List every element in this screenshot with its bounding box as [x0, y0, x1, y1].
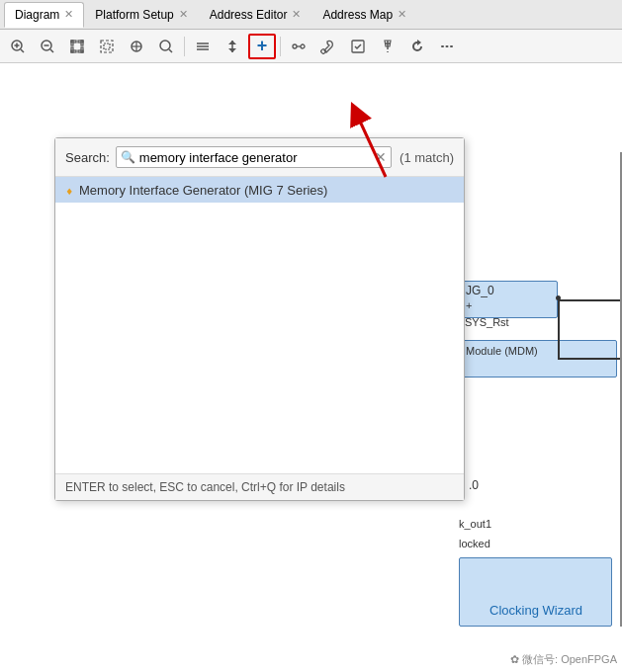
- add-ip-button[interactable]: +: [248, 34, 276, 59]
- ip-search-magnifier-icon: 🔍: [121, 150, 135, 164]
- ip-search-footer-text: ENTER to select, ESC to cancel, Ctrl+Q f…: [65, 480, 345, 494]
- align-v-button[interactable]: [219, 34, 246, 59]
- toolbar: +: [0, 30, 622, 63]
- svg-line-5: [50, 49, 53, 52]
- svg-line-1: [21, 49, 24, 52]
- svg-line-21: [169, 49, 172, 52]
- align-h-button[interactable]: [189, 34, 217, 59]
- svg-rect-16: [104, 43, 110, 49]
- ip-search-input-wrap[interactable]: 🔍 ✕: [116, 146, 392, 168]
- tab-diagram-label: Diagram: [15, 8, 59, 22]
- ip-search-results: ⬧ Memory Interface Generator (MIG 7 Seri…: [55, 177, 464, 473]
- ip-search-clear-button[interactable]: ✕: [375, 149, 387, 165]
- refresh-button[interactable]: [403, 34, 431, 59]
- tab-diagram-close[interactable]: ✕: [64, 8, 73, 21]
- tab-address-editor-label: Address Editor: [210, 8, 288, 22]
- main-canvas: JG_0 + SYS_Rst Module (MDM) .0 k_out1 lo…: [0, 63, 622, 672]
- toolbar-sep-1: [184, 37, 185, 56]
- svg-rect-39: [450, 45, 453, 47]
- jg0-plus: +: [460, 299, 557, 311]
- wire-h2: [558, 358, 622, 360]
- right-border-wire: [620, 152, 622, 627]
- kout1-label: k_out1: [459, 518, 491, 530]
- pin-button[interactable]: [374, 34, 401, 59]
- watermark-icon: ✿: [510, 653, 519, 666]
- tab-address-editor-close[interactable]: ✕: [292, 8, 301, 21]
- jg0-label: JG_0: [460, 282, 557, 299]
- svg-rect-15: [101, 41, 113, 52]
- wrench-button[interactable]: [314, 34, 342, 59]
- tab-platform-setup[interactable]: Platform Setup ✕: [84, 2, 198, 28]
- svg-marker-27: [228, 48, 236, 52]
- toolbar-sep-2: [280, 37, 281, 56]
- wire-v1: [558, 299, 560, 359]
- svg-rect-37: [441, 45, 444, 47]
- ip-result-mig7[interactable]: ⬧ Memory Interface Generator (MIG 7 Seri…: [55, 177, 464, 203]
- tab-diagram[interactable]: Diagram ✕: [4, 2, 84, 28]
- ip-search-match-count: (1 match): [400, 150, 454, 165]
- svg-point-20: [160, 41, 170, 50]
- ip-search-footer: ENTER to select, ESC to cancel, Ctrl+Q f…: [55, 473, 464, 500]
- tab-address-editor[interactable]: Address Editor ✕: [199, 2, 312, 28]
- ip-search-popup: Search: 🔍 ✕ (1 match) ⬧ Memory Interface…: [54, 137, 465, 501]
- wire-h1: [558, 299, 622, 301]
- sysrst-label: SYS_Rst: [459, 316, 509, 328]
- search-button[interactable]: [152, 34, 180, 59]
- ip-search-input[interactable]: [139, 150, 371, 165]
- watermark-text: 微信号: OpenFPGA: [522, 652, 617, 667]
- select-button[interactable]: [93, 34, 121, 59]
- more-button[interactable]: [433, 34, 461, 59]
- add-ip-icon: +: [257, 36, 268, 56]
- tab-platform-setup-label: Platform Setup: [95, 8, 173, 22]
- tab-address-map-close[interactable]: ✕: [398, 8, 406, 21]
- clocking-wizard-label: Clocking Wizard: [489, 603, 582, 618]
- hand-button[interactable]: [123, 34, 150, 59]
- zoom-in-button[interactable]: [4, 34, 32, 59]
- ip-search-label: Search:: [65, 150, 110, 165]
- zoom-out-button[interactable]: [34, 34, 61, 59]
- ip-result-icon: ⬧: [65, 182, 73, 198]
- ip-result-label: Memory Interface Generator (MIG 7 Series…: [79, 183, 327, 198]
- tab-platform-setup-close[interactable]: ✕: [179, 8, 188, 21]
- svg-rect-38: [446, 45, 449, 47]
- tab-address-map-label: Address Map: [322, 8, 393, 22]
- connections-button[interactable]: [285, 34, 312, 59]
- svg-marker-26: [228, 41, 236, 44]
- svg-point-28: [293, 44, 297, 48]
- ip-search-header: Search: 🔍 ✕ (1 match): [55, 138, 464, 177]
- tab-address-map[interactable]: Address Map ✕: [311, 2, 417, 28]
- sysrst-label-container: SYS_Rst: [459, 312, 568, 332]
- tab-bar: Diagram ✕ Platform Setup ✕ Address Edito…: [0, 0, 622, 30]
- svg-point-29: [301, 44, 305, 48]
- validate-button[interactable]: [344, 34, 372, 59]
- port1: [556, 295, 561, 300]
- dot0-label: .0: [469, 478, 479, 492]
- locked-label: locked: [459, 538, 490, 549]
- watermark: ✿ 微信号: OpenFPGA: [510, 652, 617, 667]
- diagram-background: JG_0 + SYS_Rst Module (MDM) .0 k_out1 lo…: [459, 152, 622, 646]
- fit-button[interactable]: [63, 34, 91, 59]
